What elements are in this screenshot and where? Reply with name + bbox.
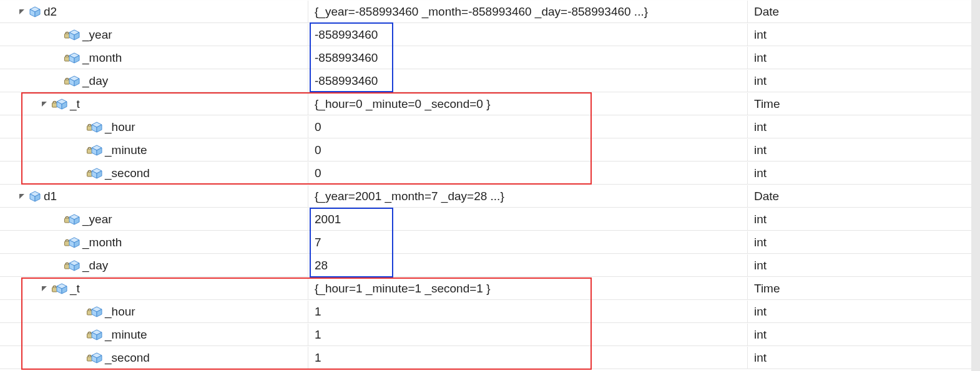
value-cell[interactable]: 0 — [308, 116, 748, 138]
name-cell[interactable]: _t — [0, 93, 308, 115]
table-row[interactable]: _t{_hour=1 _minute=1 _second=1 }Time — [0, 277, 971, 300]
name-cell[interactable]: _hour — [0, 116, 308, 138]
lock-cube-icon — [86, 306, 102, 318]
variable-name: _t — [70, 282, 80, 296]
type-cell: int — [748, 70, 971, 92]
table-row[interactable]: _minute0int — [0, 138, 971, 161]
table-row[interactable]: _month-858993460int — [0, 46, 971, 69]
value-cell[interactable]: -858993460 — [308, 47, 748, 69]
variable-name: _hour — [105, 305, 135, 319]
table-row[interactable]: _year2001int — [0, 208, 971, 231]
vertical-scrollbar[interactable] — [971, 0, 980, 371]
name-cell[interactable]: _second — [0, 162, 308, 184]
expander-icon — [52, 31, 61, 39]
svg-rect-5 — [87, 149, 92, 153]
value-cell[interactable]: 0 — [308, 162, 748, 184]
value-cell[interactable]: 0 — [308, 139, 748, 161]
name-cell[interactable]: _minute — [0, 139, 308, 161]
variable-value: 2001 — [315, 213, 341, 226]
type-cell: Date — [748, 1, 971, 22]
type-cell: int — [748, 24, 971, 46]
value-cell[interactable]: {_year=2001 _month=7 _day=28 ...} — [308, 185, 748, 207]
expander-icon[interactable] — [17, 192, 26, 201]
name-cell[interactable]: _year — [0, 208, 308, 230]
expander-icon — [75, 330, 84, 339]
variable-type: int — [754, 143, 767, 157]
type-cell: int — [748, 208, 971, 230]
table-row[interactable]: _second0int — [0, 161, 971, 185]
value-cell[interactable]: 1 — [308, 347, 748, 369]
variable-value: 1 — [315, 305, 321, 319]
expander-icon[interactable] — [40, 284, 49, 293]
svg-rect-9 — [65, 264, 70, 269]
variable-name: d1 — [44, 190, 57, 203]
value-cell[interactable]: 1 — [308, 301, 748, 322]
name-cell[interactable]: d1 — [0, 185, 308, 207]
variable-type: int — [754, 28, 767, 42]
type-cell: Time — [748, 93, 971, 115]
value-cell[interactable]: -858993460 — [308, 24, 748, 46]
svg-rect-3 — [52, 103, 57, 107]
lock-cube-icon — [64, 213, 80, 226]
indent — [0, 265, 52, 266]
table-row[interactable]: _hour1int — [0, 300, 971, 323]
variable-name: _hour — [105, 120, 135, 134]
svg-rect-1 — [65, 57, 70, 61]
value-cell[interactable]: {_year=-858993460 _month=-858993460 _day… — [308, 1, 748, 22]
expander-icon[interactable] — [40, 100, 49, 108]
variable-value: {_hour=1 _minute=1 _second=1 } — [315, 282, 491, 296]
svg-rect-0 — [65, 34, 70, 38]
table-row[interactable]: _year-858993460int — [0, 23, 971, 46]
variable-type: int — [754, 259, 767, 272]
name-cell[interactable]: _year — [0, 24, 308, 46]
value-cell[interactable]: -858993460 — [308, 70, 748, 92]
indent — [0, 57, 52, 58]
cube-icon — [29, 6, 41, 18]
table-row[interactable]: _day28int — [0, 254, 971, 277]
name-cell[interactable]: _day — [0, 254, 308, 276]
variable-name: d2 — [44, 5, 57, 19]
name-cell[interactable]: _t — [0, 277, 308, 299]
table-row[interactable]: _second1int — [0, 346, 971, 369]
table-row[interactable]: _month7int — [0, 231, 971, 254]
table-row[interactable]: _hour0int — [0, 115, 971, 138]
type-cell: int — [748, 324, 971, 345]
table-row[interactable]: d1{_year=2001 _month=7 _day=28 ...}Date — [0, 185, 971, 208]
indent — [0, 80, 52, 81]
table-row[interactable]: _day-858993460int — [0, 69, 971, 92]
table-row[interactable]: d2{_year=-858993460 _month=-858993460 _d… — [0, 0, 971, 23]
name-cell[interactable]: d2 — [0, 1, 308, 22]
name-cell[interactable]: _month — [0, 47, 308, 69]
variable-type: int — [754, 166, 767, 180]
value-cell[interactable]: 2001 — [308, 208, 748, 230]
type-cell: int — [748, 47, 971, 69]
name-cell[interactable]: _month — [0, 231, 308, 253]
variable-value: 0 — [315, 120, 321, 134]
indent — [0, 11, 17, 12]
value-cell[interactable]: 1 — [308, 324, 748, 345]
variable-type: Date — [754, 5, 779, 19]
variable-value: 7 — [315, 236, 321, 249]
lock-cube-icon — [51, 282, 67, 295]
value-cell[interactable]: {_hour=0 _minute=0 _second=0 } — [308, 93, 748, 115]
name-cell[interactable]: _minute — [0, 324, 308, 345]
table-row[interactable]: _t{_hour=0 _minute=0 _second=0 }Time — [0, 92, 971, 115]
value-cell[interactable]: {_hour=1 _minute=1 _second=1 } — [308, 277, 748, 299]
name-cell[interactable]: _day — [0, 70, 308, 92]
svg-rect-7 — [65, 218, 70, 223]
type-cell: int — [748, 116, 971, 138]
variable-name: _minute — [105, 143, 147, 157]
table-row[interactable]: _minute1int — [0, 323, 971, 346]
svg-rect-13 — [87, 357, 92, 361]
expander-icon[interactable] — [17, 7, 26, 16]
svg-rect-2 — [65, 80, 70, 84]
name-cell[interactable]: _hour — [0, 301, 308, 322]
variable-value: 0 — [315, 166, 321, 180]
name-cell[interactable]: _second — [0, 347, 308, 369]
expander-icon — [52, 215, 61, 224]
variable-type: int — [754, 51, 767, 65]
variable-value: -858993460 — [315, 74, 378, 88]
svg-rect-10 — [52, 287, 57, 292]
value-cell[interactable]: 28 — [308, 254, 748, 276]
value-cell[interactable]: 7 — [308, 231, 748, 253]
